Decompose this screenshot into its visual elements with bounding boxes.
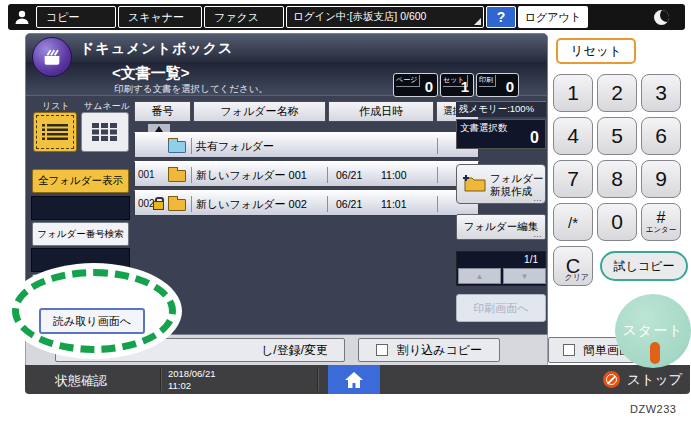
document-list-title: <文書一覧> bbox=[112, 64, 190, 83]
app-title: ドキュメントボックス bbox=[80, 40, 233, 58]
key-hash-enter[interactable]: # エンター bbox=[641, 203, 681, 241]
top-bar: コピー スキャナー ファクス ログイン中:[赤坂支店] 0/600 ? ログアウ… bbox=[8, 4, 685, 30]
all-folders-button[interactable]: 全フォルダー表示 bbox=[32, 169, 129, 193]
enter-sublabel: エンター bbox=[646, 225, 677, 235]
folder-number-search-button[interactable]: フォルダー番号検索 bbox=[32, 222, 129, 246]
page-down-button[interactable]: ▼ bbox=[503, 268, 546, 284]
folder-name: 共有フォルダー bbox=[196, 139, 274, 154]
thumbnail-view-button[interactable] bbox=[81, 112, 129, 152]
counter-pages-value: 0 bbox=[425, 78, 433, 95]
energy-saver-button[interactable] bbox=[639, 10, 683, 25]
memory-status: 残メモリー:100% bbox=[456, 101, 546, 117]
status-check-button[interactable]: 状態確認 bbox=[55, 372, 107, 390]
tab-fax[interactable]: ファクス bbox=[204, 6, 284, 28]
key-2[interactable]: 2 bbox=[597, 74, 637, 112]
status-bar: 状態確認 2018/06/21 11:02 ストップ bbox=[25, 365, 690, 394]
more-dots: … bbox=[533, 229, 542, 239]
key-5[interactable]: 5 bbox=[597, 117, 637, 155]
key-6[interactable]: 6 bbox=[641, 117, 681, 155]
grid-icon bbox=[92, 123, 118, 141]
pagination: 1/1 ▲ ▼ bbox=[456, 251, 546, 286]
header-created: 作成日時 bbox=[328, 101, 434, 122]
folder-name: 新しいフォルダー 002 bbox=[196, 197, 307, 212]
instruction-text: 印刷する文書を選択してください。 bbox=[114, 83, 268, 96]
more-dots: … bbox=[533, 193, 542, 203]
edit-folder-button[interactable]: フォルダー編集 … bbox=[456, 214, 546, 240]
counter-pages: ページ 0 bbox=[393, 73, 438, 97]
counter-sets: セット 1 bbox=[440, 73, 474, 97]
folder-date: 06/21 bbox=[336, 198, 362, 210]
folder-plus-icon bbox=[463, 174, 487, 194]
page-indicator: 1/1 bbox=[524, 254, 538, 265]
start-indicator bbox=[650, 342, 660, 364]
stop-label: ストップ bbox=[627, 371, 682, 389]
reset-button[interactable]: リセット bbox=[556, 38, 636, 64]
key-3[interactable]: 3 bbox=[641, 74, 681, 112]
folder-date: 06/21 bbox=[336, 169, 362, 181]
tab-copy[interactable]: コピー bbox=[36, 6, 116, 28]
stop-icon[interactable] bbox=[603, 371, 620, 388]
key-1[interactable]: 1 bbox=[553, 74, 593, 112]
key-slash-asterisk[interactable]: /* bbox=[553, 203, 593, 241]
lock-icon bbox=[153, 197, 164, 211]
list-icon bbox=[42, 123, 68, 141]
table-row-folder-001[interactable]: 001 新しいフォルダー 001 06/21 11:00 bbox=[134, 161, 479, 187]
folder-number-display bbox=[31, 196, 130, 220]
folder-icon bbox=[168, 199, 186, 211]
interrupt-copy-checkbox[interactable] bbox=[376, 344, 388, 356]
key-9[interactable]: 9 bbox=[641, 160, 681, 198]
counter-prints-label: 印刷 bbox=[479, 75, 496, 87]
home-button[interactable] bbox=[328, 365, 380, 394]
key-4[interactable]: 4 bbox=[553, 117, 593, 155]
document-select-label: 文書選択数 bbox=[460, 122, 508, 135]
folder-name: 新しいフォルダー 001 bbox=[196, 168, 307, 183]
copier-panel: コピー スキャナー ファクス ログイン中:[赤坂支店] 0/600 ? ログアウ… bbox=[0, 0, 691, 431]
key-8[interactable]: 8 bbox=[597, 160, 637, 198]
shared-folder-icon bbox=[168, 141, 186, 153]
page-up-button[interactable]: ▲ bbox=[458, 268, 501, 284]
folder-icon bbox=[168, 170, 186, 182]
list-view-button[interactable] bbox=[33, 112, 77, 152]
folder-name-display bbox=[31, 248, 130, 272]
key-7[interactable]: 7 bbox=[553, 160, 593, 198]
header-number: 番号 bbox=[134, 101, 191, 122]
table-row-folder-002[interactable]: 002 新しいフォルダー 002 06/21 11:01 bbox=[134, 190, 479, 216]
help-button[interactable]: ? bbox=[486, 6, 516, 28]
counter-sets-value: 1 bbox=[461, 78, 469, 95]
document-select-value: 0 bbox=[530, 129, 539, 147]
clear-sublabel: クリア bbox=[564, 272, 589, 283]
folder-time: 11:00 bbox=[381, 169, 407, 181]
document-box-icon bbox=[32, 37, 72, 77]
new-folder-button[interactable]: フォルダー 新規作成 … bbox=[456, 164, 546, 204]
document-select-count: 文書選択数 0 bbox=[456, 119, 546, 149]
key-0[interactable]: 0 bbox=[597, 203, 637, 241]
user-icon bbox=[10, 6, 34, 28]
counter-prints: 印刷 0 bbox=[476, 73, 519, 97]
new-folder-label-1: フォルダー bbox=[490, 172, 543, 185]
logout-button[interactable]: ログアウト bbox=[518, 6, 588, 28]
figure-caption: DZW233 bbox=[630, 403, 676, 415]
login-status[interactable]: ログイン中:[赤坂支店] 0/600 bbox=[286, 6, 484, 28]
table-row-shared-folder[interactable]: 共有フォルダー bbox=[134, 132, 479, 158]
tab-scanner[interactable]: スキャナー bbox=[118, 6, 202, 28]
datetime: 2018/06/21 11:02 bbox=[168, 368, 216, 391]
folder-number: 001 bbox=[138, 169, 155, 180]
folder-time: 11:01 bbox=[381, 198, 407, 210]
to-scan-screen-button[interactable]: 読み取り画面へ bbox=[39, 308, 145, 334]
to-print-screen-button[interactable]: 印刷画面へ bbox=[456, 294, 546, 322]
counter-pages-label: ページ bbox=[396, 75, 420, 87]
home-icon bbox=[344, 371, 364, 389]
header-folder-name: フォルダー名称 bbox=[193, 101, 326, 122]
date: 2018/06/21 bbox=[168, 368, 216, 380]
key-clear[interactable]: C クリア bbox=[553, 246, 593, 286]
moon-icon bbox=[654, 10, 669, 25]
sample-copy-button[interactable]: 試しコピー bbox=[600, 251, 688, 281]
interrupt-copy-button[interactable]: 割り込みコピー bbox=[358, 338, 500, 362]
simple-screen-checkbox[interactable] bbox=[563, 344, 575, 356]
counter-prints-value: 0 bbox=[506, 78, 514, 95]
time: 11:02 bbox=[168, 380, 216, 392]
